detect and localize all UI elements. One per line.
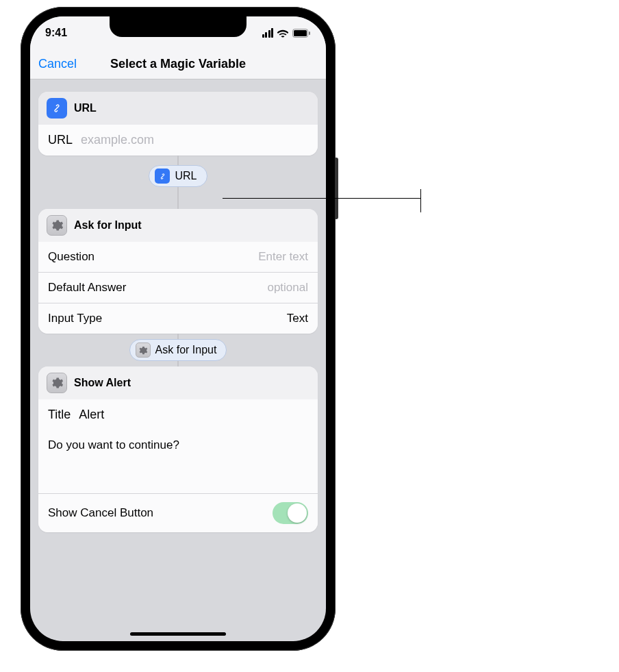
gear-icon (47, 373, 67, 393)
alert-title-label: Title (48, 408, 71, 422)
default-answer-placeholder: optional (267, 281, 308, 295)
default-answer-label: Default Answer (48, 281, 126, 295)
input-type-label: Input Type (48, 312, 102, 325)
wifi-icon (277, 29, 289, 38)
gear-icon (136, 343, 151, 358)
ask-card-header: Ask for Input (38, 209, 318, 242)
alert-body-text: Do you want to continue? (48, 438, 179, 451)
battery-icon (292, 29, 311, 38)
link-icon (155, 169, 170, 184)
question-label: Question (48, 250, 94, 264)
url-card-title: URL (74, 102, 97, 114)
connector: Ask for Input (38, 334, 318, 366)
alert-body-field[interactable]: Do you want to continue? (38, 430, 318, 493)
url-field-row[interactable]: URL example.com (38, 125, 318, 155)
status-right (262, 28, 312, 38)
cellular-signal-icon (262, 28, 274, 38)
gear-icon (47, 215, 67, 236)
annotation-callout-line (420, 189, 421, 212)
alert-title-row[interactable]: Title Alert (38, 399, 318, 430)
alert-title-value: Alert (79, 408, 104, 422)
alert-card-header: Show Alert (38, 366, 318, 399)
cancel-toggle-label: Show Cancel Button (48, 506, 153, 520)
url-field-placeholder: example.com (81, 133, 308, 147)
input-type-value: Text (287, 312, 308, 325)
url-field-label: URL (48, 133, 73, 147)
navigation-bar: Cancel Select a Magic Variable (30, 49, 326, 79)
connector: URL (38, 155, 318, 209)
svg-rect-2 (309, 32, 310, 35)
annotation-callout-line (223, 198, 421, 199)
cancel-button-toggle-row: Show Cancel Button (38, 493, 318, 532)
magic-variable-url-pill[interactable]: URL (149, 165, 207, 187)
status-time: 9:41 (45, 27, 67, 39)
link-icon (47, 98, 67, 119)
ask-card-title: Ask for Input (74, 219, 142, 232)
question-placeholder: Enter text (258, 250, 308, 264)
pill-label: URL (175, 170, 197, 182)
magic-variable-ask-pill[interactable]: Ask for Input (129, 339, 227, 361)
alert-card-title: Show Alert (74, 377, 131, 389)
cancel-button-toggle[interactable] (273, 502, 308, 524)
question-row[interactable]: Question Enter text (38, 242, 318, 272)
url-action-card: URL URL example.com (38, 92, 318, 155)
show-alert-action-card: Show Alert Title Alert Do you want to co… (38, 366, 318, 532)
url-card-header: URL (38, 92, 318, 125)
pill-label: Ask for Input (155, 344, 217, 356)
cancel-button[interactable]: Cancel (30, 57, 85, 71)
default-answer-row[interactable]: Default Answer optional (38, 272, 318, 303)
home-indicator[interactable] (130, 632, 226, 636)
ask-input-action-card: Ask for Input Question Enter text Defaul… (38, 209, 318, 334)
svg-rect-1 (294, 30, 307, 36)
input-type-row[interactable]: Input Type Text (38, 303, 318, 334)
